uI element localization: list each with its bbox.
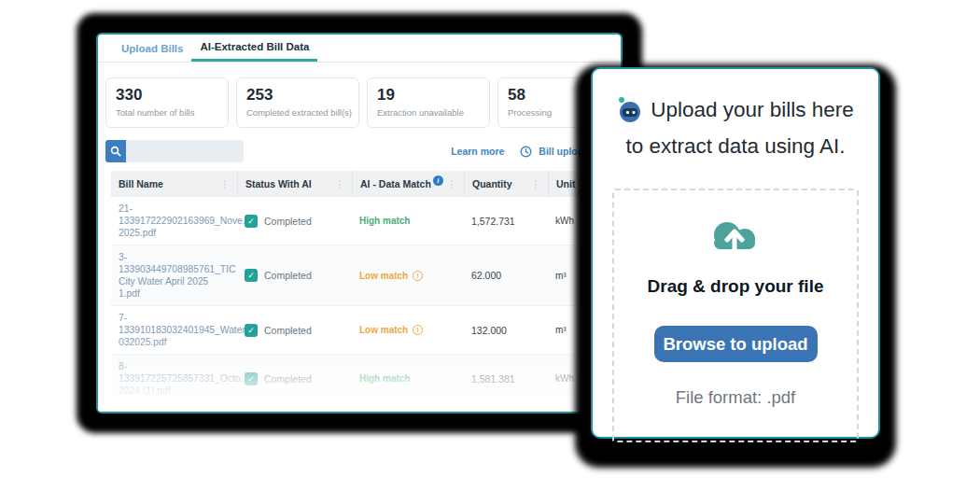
stat-value: 253 (246, 86, 349, 105)
headline-line-2: to extract data using AI. (612, 128, 859, 164)
bill-upload-link[interactable]: Bill upload (539, 146, 589, 157)
status-label: Completed (264, 325, 312, 336)
bill-name-link[interactable]: 3-133903449708985761_TIC City Water Apri… (111, 245, 237, 305)
robot-antenna-dot (619, 97, 624, 103)
status-cell: ✓ Completed (237, 263, 352, 287)
info-icon[interactable]: i (433, 175, 443, 186)
stat-extraction-unavailable: 19 Extraction unavailable (367, 77, 490, 128)
quantity-cell: 1,572.731 (464, 210, 548, 232)
column-label: Bill Name (119, 178, 163, 189)
column-label: Unit (556, 178, 575, 189)
status-label: Completed (264, 373, 312, 385)
data-match-cell: High match (352, 368, 464, 389)
match-label: Low match (359, 325, 408, 335)
search-button[interactable] (105, 140, 126, 162)
status-cell: ✓ Completed (237, 367, 352, 391)
bill-name-link[interactable]: 20-133923904051888498_04 April25.pdf (111, 403, 237, 413)
table-row[interactable]: 3-133903449708985761_TIC City Water Apri… (111, 245, 621, 306)
stat-label: Completed extracted bill(s) (246, 107, 349, 118)
kebab-menu-icon[interactable]: ⋮ (335, 179, 344, 189)
upload-panel: Upload your bills here to extract data u… (591, 67, 880, 439)
bill-name-link[interactable]: 7- 133910183032401945_Water 032025.pdf (111, 306, 237, 354)
completed-check-icon: ✓ (245, 215, 258, 228)
kebab-menu-icon[interactable]: ⋮ (531, 179, 540, 189)
match-label: High match (359, 373, 410, 384)
robot-icon (617, 97, 642, 122)
dropzone[interactable]: Drag & drop your file Browse to upload F… (612, 189, 859, 442)
match-label: High match (359, 216, 410, 226)
clock-icon (520, 146, 532, 158)
stat-total-bills: 330 Total number of bills (105, 77, 229, 128)
robot-head (620, 102, 640, 122)
kebab-menu-icon[interactable]: ⋮ (220, 179, 230, 189)
kebab-menu-icon[interactable]: ⋮ (447, 179, 456, 189)
warning-icon: ! (413, 271, 423, 281)
status-label: Completed (264, 216, 312, 227)
column-header-bill-name[interactable]: Bill Name ⋮ (111, 171, 237, 197)
stat-label: Extraction unavailable (377, 107, 480, 118)
match-label: Low match (359, 271, 408, 281)
completed-check-icon: ✓ (245, 324, 258, 337)
bill-name-link[interactable]: 8- 133917225725857331_Octo... 2024 (1).p… (111, 355, 237, 402)
bills-dashboard-panel: Upload Bills AI-Extracted Bill Data 330 … (96, 33, 623, 413)
completed-check-icon: ✓ (245, 269, 258, 282)
toolbar-links: Learn more Bill upload (451, 146, 611, 158)
search-icon (110, 146, 121, 157)
tab-upload-bills[interactable]: Upload Bills (113, 35, 191, 62)
drag-drop-label: Drag & drop your file (648, 276, 824, 297)
table-row[interactable]: 8- 133917225725857331_Octo... 2024 (1).p… (111, 355, 621, 403)
table-row[interactable]: 21- 133917222902163969_Nove... 2025.pdf … (111, 197, 621, 245)
status-cell: ✓ Completed (237, 318, 352, 343)
stats-row: 330 Total number of bills 253 Completed … (98, 63, 621, 136)
data-match-cell: Low match ! (352, 319, 464, 341)
search-input[interactable] (126, 140, 244, 162)
column-label: AI - Data Match (360, 178, 431, 189)
status-label: Completed (264, 270, 312, 281)
stat-label: Total number of bills (116, 107, 218, 118)
cloud-upload-icon (706, 213, 765, 261)
file-format-hint: File format: .pdf (676, 387, 796, 408)
column-header-quantity[interactable]: Quantity ⋮ (464, 171, 548, 197)
table-row[interactable]: 7- 133910183032401945_Water 032025.pdf ✓… (111, 306, 621, 355)
warning-icon: ! (413, 325, 423, 335)
completed-check-icon: ✓ (245, 372, 258, 385)
bills-table: Bill Name ⋮ Status With AI ⋮ AI - Data M… (111, 171, 621, 413)
tab-bar: Upload Bills AI-Extracted Bill Data (98, 35, 621, 63)
table-row[interactable]: 20-133923904051888498_04 April25.pdf ✓ C… (111, 403, 621, 413)
headline-line-1: Upload your bills here (651, 91, 854, 128)
column-label: Status With AI (245, 178, 312, 189)
stat-value: 19 (377, 86, 480, 105)
table-header-row: Bill Name ⋮ Status With AI ⋮ AI - Data M… (111, 171, 621, 197)
table-toolbar: Learn more Bill upload (105, 140, 611, 162)
browse-to-upload-button[interactable]: Browse to upload (654, 326, 818, 362)
data-match-cell: Low match ! (352, 265, 464, 287)
quantity-cell: 1,581.381 (464, 368, 548, 390)
tab-ai-extracted-bill-data[interactable]: AI-Extracted Bill Data (191, 35, 317, 62)
status-cell: ✓ Completed (237, 209, 352, 233)
search-bar (105, 140, 244, 162)
quantity-cell: 62.000 (464, 264, 548, 287)
column-header-status[interactable]: Status With AI ⋮ (237, 171, 352, 197)
bill-name-link[interactable]: 21- 133917222902163969_Nove... 2025.pdf (111, 197, 237, 245)
column-label: Quantity (472, 178, 512, 189)
quantity-cell: 132.000 (464, 319, 548, 342)
learn-more-link[interactable]: Learn more (451, 146, 504, 157)
column-header-data-match[interactable]: AI - Data Match i ⋮ (352, 171, 464, 197)
upload-headline: Upload your bills here to extract data u… (612, 91, 859, 164)
stat-value: 330 (116, 86, 218, 105)
robot-visor (623, 108, 637, 117)
stat-completed-extracted: 253 Completed extracted bill(s) (236, 77, 359, 128)
data-match-cell: High match (352, 210, 464, 231)
page: Upload Bills AI-Extracted Bill Data 330 … (0, 0, 980, 490)
